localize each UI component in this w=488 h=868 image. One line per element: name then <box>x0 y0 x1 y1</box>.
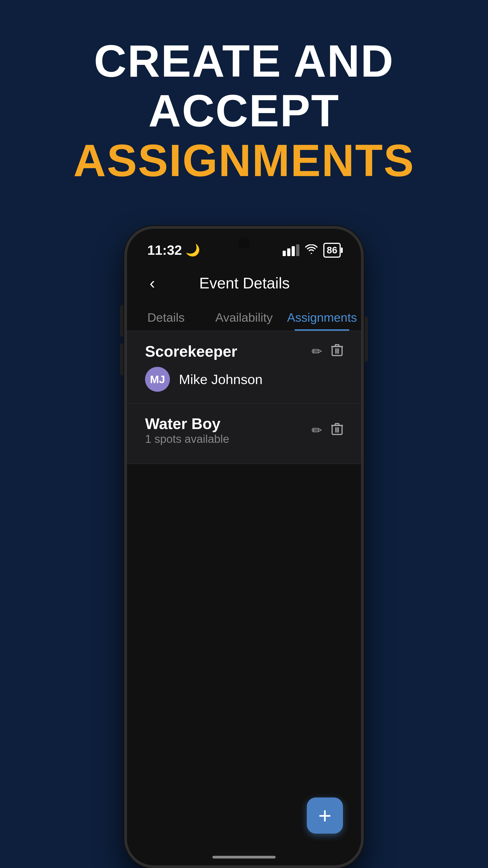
waterboy-card: Water Boy 1 spots available ✏ <box>127 403 361 464</box>
camera-hole <box>238 237 250 249</box>
waterboy-delete-icon[interactable] <box>331 422 343 438</box>
assignee-avatar: MJ <box>145 367 170 392</box>
hero-line1: CREATE AND ACCEPT <box>0 36 488 135</box>
phone-shell: 11:32 🌙 <box>124 226 364 868</box>
tab-availability[interactable]: Availability <box>205 304 283 331</box>
scorekeeper-title: Scorekeeper <box>145 342 237 360</box>
scorekeeper-delete-icon[interactable] <box>331 343 343 360</box>
phone-screen: 11:32 🌙 <box>127 229 361 865</box>
hero-line2: ASSIGNMENTS <box>0 135 488 185</box>
status-icons: 86 <box>283 243 341 258</box>
home-indicator <box>213 856 275 859</box>
hero-section: CREATE AND ACCEPT ASSIGNMENTS <box>0 36 488 185</box>
app-bar: ‹ Event Details <box>127 262 361 304</box>
tab-bar: Details Availability Assignments <box>127 304 361 331</box>
signal-icon <box>283 244 299 256</box>
assignments-content: Scorekeeper ✏ <box>127 331 361 865</box>
volume-up-button <box>120 305 124 337</box>
volume-down-button <box>120 344 124 375</box>
assignee-name: Mike Johnson <box>179 372 263 387</box>
scorekeeper-header: Scorekeeper ✏ <box>145 342 343 360</box>
app-bar-title: Event Details <box>160 274 329 292</box>
scorekeeper-edit-icon[interactable]: ✏ <box>312 344 322 359</box>
battery-level: 86 <box>327 245 337 256</box>
phone-mockup: 11:32 🌙 <box>124 226 364 868</box>
waterboy-actions: ✏ <box>312 422 343 438</box>
waterboy-spots: 1 spots available <box>145 432 229 445</box>
moon-icon: 🌙 <box>186 243 200 257</box>
scorekeeper-card: Scorekeeper ✏ <box>127 331 361 403</box>
assignee-row: MJ Mike Johnson <box>145 367 343 392</box>
waterboy-edit-icon[interactable]: ✏ <box>312 423 322 438</box>
tab-details[interactable]: Details <box>127 304 205 331</box>
waterboy-title: Water Boy <box>145 415 229 432</box>
battery-icon: 86 <box>323 243 341 258</box>
wifi-icon <box>305 243 318 257</box>
time-display: 11:32 <box>147 242 182 258</box>
status-time: 11:32 🌙 <box>147 242 200 258</box>
power-button <box>364 316 368 362</box>
tab-assignments[interactable]: Assignments <box>283 304 361 331</box>
waterboy-header: Water Boy 1 spots available ✏ <box>145 415 343 445</box>
back-button[interactable]: ‹ <box>145 272 160 294</box>
scorekeeper-actions: ✏ <box>312 343 343 360</box>
add-assignment-fab[interactable]: + <box>307 798 343 834</box>
